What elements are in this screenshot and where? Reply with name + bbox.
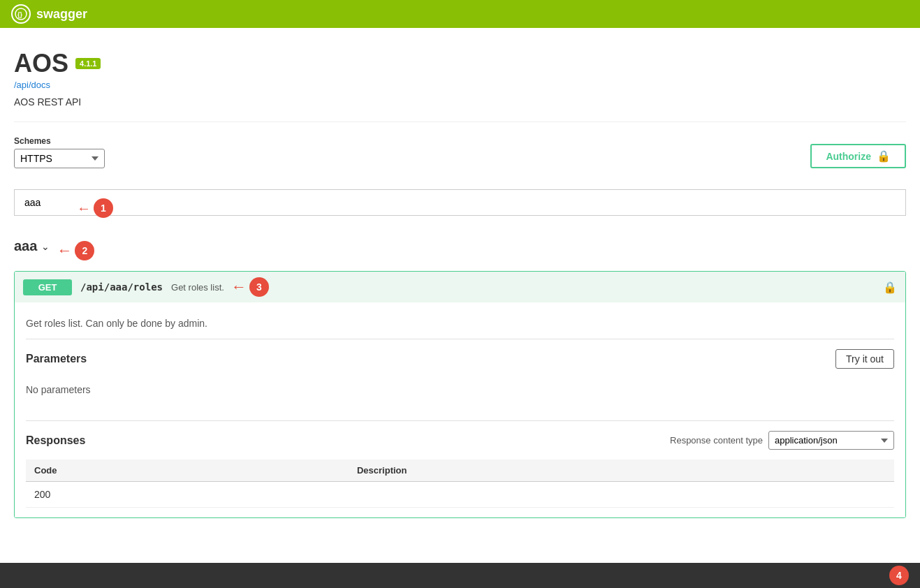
code-column-header: Code xyxy=(26,460,349,482)
response-description xyxy=(349,482,894,508)
api-docs-link[interactable]: /api/docs xyxy=(14,80,50,90)
api-title: AOS xyxy=(14,49,68,78)
try-it-out-button[interactable]: Try it out xyxy=(835,349,894,369)
chevron-down-icon: ⌄ xyxy=(41,241,50,252)
schemes-label: Schemes xyxy=(14,136,105,146)
search-input[interactable] xyxy=(14,189,906,216)
content-type-row: Response content type application/json a… xyxy=(670,431,894,450)
description-column-header: Description xyxy=(349,460,894,482)
responses-header: Responses Response content type applicat… xyxy=(26,431,894,450)
tag-name: aaa xyxy=(14,238,37,254)
swagger-logo: {} swagger xyxy=(11,4,87,24)
responses-title: Responses xyxy=(26,434,85,447)
api-version-badge: 4.1.1 xyxy=(75,58,101,69)
endpoint-summary: Get roles list. xyxy=(171,282,224,293)
annotation-3-arrow: ← xyxy=(231,278,247,296)
endpoint-body: Get roles list. Can only be done by admi… xyxy=(15,302,905,517)
api-title-section: AOS 4.1.1 /api/docs AOS REST API xyxy=(14,49,906,108)
tag-header-row: aaa ⌄ ← 2 xyxy=(14,238,906,263)
endpoint-header[interactable]: GET /api/aaa/roles Get roles list. ← 3 🔒 xyxy=(15,272,905,302)
annotation-1-badge: 1 xyxy=(94,198,113,218)
parameters-section: Parameters Try it out No parameters xyxy=(26,349,894,409)
schemes-container: Schemes HTTPS HTTP xyxy=(14,136,105,168)
authorize-button[interactable]: Authorize 🔒 xyxy=(810,144,906,168)
method-badge: GET xyxy=(23,279,72,295)
endpoint-lock-icon: 🔒 xyxy=(883,281,897,294)
responses-section: Responses Response content type applicat… xyxy=(26,420,894,508)
response-content-type-select[interactable]: application/json application/xml text/pl… xyxy=(768,431,894,450)
authorize-lock-icon: 🔒 xyxy=(877,149,891,163)
search-bar-row: ← 1 xyxy=(14,189,906,227)
schemes-select[interactable]: HTTPS HTTP xyxy=(14,149,105,168)
no-parameters-text: No parameters xyxy=(26,377,894,409)
responses-table: Code Description 200 xyxy=(26,460,894,508)
annotation-3-badge: 3 xyxy=(249,277,269,297)
authorize-label: Authorize xyxy=(826,151,871,162)
tag-header[interactable]: aaa ⌄ xyxy=(14,238,50,254)
annotation-1-container: ← 1 xyxy=(77,198,113,218)
svg-text:{}: {} xyxy=(17,11,23,18)
response-code: 200 xyxy=(26,482,349,508)
api-description: AOS REST API xyxy=(14,96,906,108)
annotation-2-badge: 2 xyxy=(75,241,94,260)
endpoint-description: Get roles list. Can only be done by admi… xyxy=(26,312,894,339)
logo-text: swagger xyxy=(36,7,87,22)
main-content: AOS 4.1.1 /api/docs AOS REST API Schemes… xyxy=(0,28,920,532)
content-type-label: Response content type xyxy=(670,435,763,446)
table-row: 200 xyxy=(26,482,894,508)
parameters-header: Parameters Try it out xyxy=(26,349,894,369)
endpoint-path: /api/aaa/roles xyxy=(80,281,163,293)
annotation-1-arrow: ← xyxy=(77,200,91,216)
schemes-section: Schemes HTTPS HTTP Authorize 🔒 xyxy=(14,122,906,175)
logo-icon: {} xyxy=(11,4,31,24)
api-section: ← 1 aaa ⌄ ← 2 GET /api/aaa/roles Get rol… xyxy=(14,189,906,518)
endpoint-container: GET /api/aaa/roles Get roles list. ← 3 🔒… xyxy=(14,271,906,518)
top-navigation: {} swagger xyxy=(0,0,920,28)
api-title-row: AOS 4.1.1 xyxy=(14,49,906,78)
parameters-title: Parameters xyxy=(26,353,87,365)
annotation-2-arrow: ← xyxy=(57,242,72,260)
